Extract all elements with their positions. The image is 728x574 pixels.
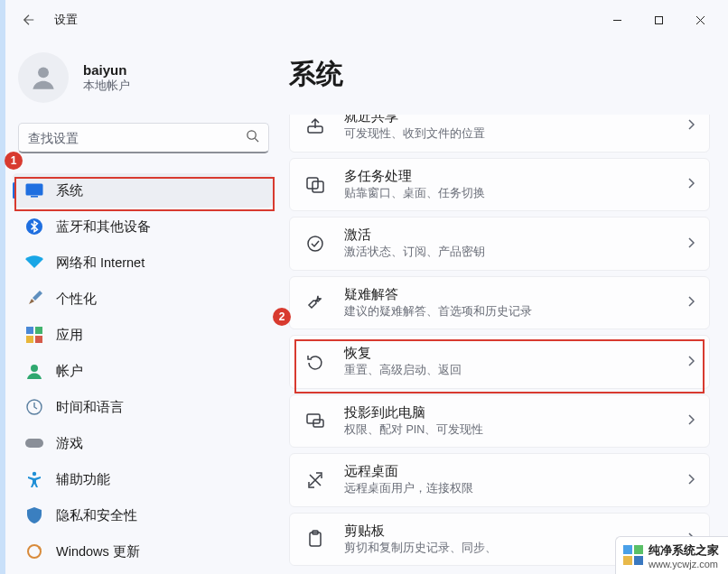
nav-label: 帐户	[56, 363, 83, 380]
svg-rect-24	[634, 545, 643, 554]
setting-row-recovery[interactable]: 恢复 重置、高级启动、返回	[289, 335, 710, 389]
sidebar-item-accounts[interactable]: 帐户	[13, 354, 273, 388]
chevron-right-icon	[687, 176, 695, 192]
chevron-right-icon	[687, 117, 695, 134]
svg-rect-6	[26, 327, 33, 334]
sidebar-item-apps[interactable]: 应用	[13, 318, 273, 352]
page-title: 系统	[289, 56, 710, 93]
setting-row-activation[interactable]: 激活 激活状态、订阅、产品密钥	[289, 217, 710, 271]
annotation-callout-2: 2	[273, 308, 291, 326]
nav-label: 隐私和安全性	[56, 507, 137, 524]
svg-rect-12	[25, 439, 43, 448]
setting-row-remote-desktop[interactable]: 远程桌面 远程桌面用户，连接权限	[289, 453, 710, 507]
svg-point-18	[308, 236, 322, 251]
remote-icon	[304, 469, 326, 491]
row-sub: 重置、高级启动、返回	[344, 363, 687, 378]
person-icon	[28, 62, 59, 93]
row-title: 激活	[344, 227, 687, 244]
sidebar-item-network[interactable]: 网络和 Internet	[13, 245, 273, 280]
setting-row-nearby-share[interactable]: 就近共享 可发现性、收到文件的位置	[289, 115, 710, 153]
sidebar-nav: 系统 蓝牙和其他设备 网络和 Internet 个性化 应用 帐户	[13, 173, 280, 569]
display-icon	[25, 181, 43, 199]
sidebar: baiyun 本地帐户 系统 蓝牙和其他设备 网络和 Internet	[0, 40, 280, 574]
sidebar-item-gaming[interactable]: 游戏	[13, 426, 273, 460]
wifi-icon	[25, 254, 43, 272]
row-title: 就近共享	[344, 115, 687, 125]
back-button[interactable]	[14, 5, 43, 34]
watermark-logo-icon	[623, 545, 643, 565]
sidebar-item-time-language[interactable]: 时间和语言	[13, 390, 273, 424]
setting-row-project[interactable]: 投影到此电脑 权限、配对 PIN、可发现性	[289, 394, 710, 449]
bluetooth-icon	[25, 218, 43, 236]
svg-rect-26	[634, 556, 643, 565]
row-title: 疑难解答	[344, 286, 687, 303]
sidebar-item-personalization[interactable]: 个性化	[13, 282, 273, 316]
titlebar: 设置	[0, 0, 728, 40]
setting-row-multitasking[interactable]: 多任务处理 贴靠窗口、桌面、任务切换	[289, 158, 710, 212]
svg-rect-9	[35, 336, 42, 343]
nav-label: 应用	[56, 327, 83, 344]
svg-rect-0	[655, 16, 662, 23]
row-title: 远程桌面	[344, 463, 687, 480]
nav-label: 网络和 Internet	[56, 255, 145, 272]
minimize-icon	[612, 15, 622, 25]
share-icon	[304, 115, 326, 136]
check-circle-icon	[304, 233, 326, 255]
shield-icon	[25, 506, 43, 524]
chevron-right-icon	[687, 472, 695, 488]
back-arrow-icon	[23, 14, 35, 26]
maximize-icon	[654, 15, 664, 25]
row-title: 多任务处理	[344, 168, 687, 185]
clock-globe-icon	[25, 398, 43, 416]
svg-rect-7	[35, 327, 42, 334]
row-title: 恢复	[344, 345, 687, 362]
svg-rect-25	[623, 556, 632, 565]
avatar	[18, 52, 69, 103]
svg-point-10	[31, 365, 38, 372]
project-icon	[304, 410, 326, 431]
search-box[interactable]	[18, 123, 269, 153]
sidebar-item-update[interactable]: Windows 更新	[13, 534, 273, 569]
window-maximize[interactable]	[638, 5, 679, 34]
svg-rect-3	[26, 184, 43, 196]
search-input[interactable]	[28, 131, 246, 145]
sidebar-item-privacy[interactable]: 隐私和安全性	[13, 498, 273, 532]
profile-subtitle: 本地帐户	[83, 78, 130, 94]
watermark-url: www.ycwjz.com	[649, 559, 719, 569]
row-sub: 贴靠窗口、桌面、任务切换	[344, 186, 687, 201]
window-close[interactable]	[679, 5, 721, 34]
nav-label: 游戏	[56, 435, 83, 452]
nav-label: 个性化	[56, 291, 97, 308]
main-content: 系统 就近共享 可发现性、收到文件的位置 多任务处理 贴靠窗口、桌面、任务切换	[280, 40, 728, 574]
multitask-icon	[304, 173, 326, 195]
clipboard-icon	[304, 528, 326, 550]
svg-point-14	[28, 545, 41, 558]
row-sub: 远程桌面用户，连接权限	[344, 481, 687, 496]
row-sub: 激活状态、订阅、产品密钥	[344, 245, 687, 260]
nav-label: 蓝牙和其他设备	[56, 218, 151, 236]
sidebar-item-accessibility[interactable]: 辅助功能	[13, 462, 273, 496]
row-sub: 建议的疑难解答、首选项和历史记录	[344, 304, 687, 319]
close-icon	[695, 15, 705, 25]
accessibility-icon	[25, 470, 43, 488]
nav-label: 系统	[56, 182, 83, 199]
annotation-callout-1: 1	[5, 152, 23, 170]
wrench-icon	[304, 292, 326, 313]
nav-label: Windows 更新	[56, 543, 140, 560]
recovery-icon	[304, 351, 326, 373]
chevron-right-icon	[687, 354, 695, 370]
svg-rect-8	[26, 336, 33, 343]
apps-icon	[25, 326, 43, 344]
settings-list: 就近共享 可发现性、收到文件的位置 多任务处理 贴靠窗口、桌面、任务切换 激活 …	[289, 115, 710, 566]
brush-icon	[25, 290, 43, 308]
desktop-edge-strip	[0, 0, 5, 574]
sidebar-item-bluetooth[interactable]: 蓝牙和其他设备	[13, 209, 273, 244]
sidebar-item-system[interactable]: 系统	[13, 173, 273, 208]
gamepad-icon	[25, 434, 43, 452]
account-icon	[25, 362, 43, 380]
profile-block[interactable]: baiyun 本地帐户	[13, 52, 280, 103]
window-minimize[interactable]	[596, 5, 638, 34]
profile-name: baiyun	[83, 62, 130, 78]
setting-row-troubleshoot[interactable]: 疑难解答 建议的疑难解答、首选项和历史记录	[289, 276, 710, 330]
svg-rect-23	[623, 545, 632, 554]
